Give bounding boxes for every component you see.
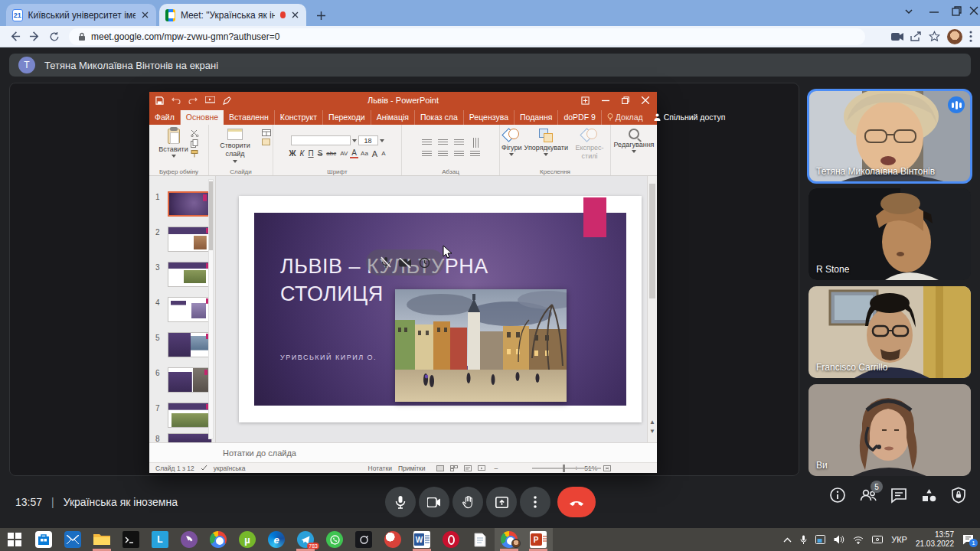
slide-thumbnail-2[interactable] xyxy=(168,227,212,252)
view-reading-icon[interactable] xyxy=(464,465,472,471)
font-name-box[interactable] xyxy=(291,135,351,145)
tab-tellme[interactable]: Доклад xyxy=(602,110,648,125)
italic-button[interactable]: К xyxy=(299,149,306,158)
tray-expand-icon[interactable] xyxy=(783,537,792,543)
tab-dopdf[interactable]: doPDF 9 xyxy=(558,110,601,125)
tray-clock[interactable]: 13:57 21.03.2022 xyxy=(916,530,954,549)
chrome-profile-icon[interactable] xyxy=(495,528,524,551)
numbering-icon[interactable] xyxy=(438,139,448,146)
shapes-button[interactable]: Фігури xyxy=(501,127,522,156)
tab-view[interactable]: Подання xyxy=(514,110,558,125)
browser-tab-university[interactable]: 21 Київський університет імені Бо xyxy=(6,4,156,26)
align-center-icon[interactable] xyxy=(438,151,448,158)
raise-hand-button[interactable] xyxy=(452,487,483,517)
browser-menu-icon[interactable] xyxy=(969,31,972,42)
utorrent-icon[interactable]: µ xyxy=(233,528,262,551)
word-icon[interactable]: W xyxy=(407,528,436,551)
slide-canvas[interactable]: ЛЬВІВ – КУЛЬТУРНА СТОЛИЦЯ УРИВСЬКИЙ КИРИ… xyxy=(216,176,647,442)
columns-icon[interactable] xyxy=(470,151,480,158)
tab-search-icon[interactable] xyxy=(903,6,914,17)
slide-thumbnail-6[interactable] xyxy=(168,367,212,393)
notepad-icon[interactable] xyxy=(466,528,495,551)
redo-icon[interactable] xyxy=(188,97,198,104)
meet-overlay-pill[interactable] xyxy=(366,249,444,276)
font-color-button[interactable]: А xyxy=(350,148,358,158)
layout-icon[interactable] xyxy=(262,129,271,136)
edge-icon[interactable]: e xyxy=(262,528,291,551)
notification-center-icon[interactable]: 1 xyxy=(962,534,974,545)
back-icon[interactable] xyxy=(5,27,24,47)
window-minimize-button[interactable] xyxy=(929,11,939,14)
thumbnail-scrollbar[interactable] xyxy=(208,179,214,439)
slide-thumbnail-8[interactable] xyxy=(168,433,212,442)
bullets-icon[interactable] xyxy=(422,139,432,146)
undo-icon[interactable] xyxy=(172,97,181,104)
browser-app-icon[interactable] xyxy=(378,528,407,551)
ppt-restore-icon[interactable] xyxy=(622,96,629,104)
slide-thumbnail-1[interactable] xyxy=(168,191,212,217)
tab-transitions[interactable]: Переходи xyxy=(323,110,371,125)
tab-home[interactable]: Основне xyxy=(181,110,224,125)
format-painter-icon[interactable] xyxy=(191,150,199,158)
tab-insert[interactable]: Вставленн xyxy=(224,110,275,125)
cut-icon[interactable] xyxy=(191,129,199,137)
pen-mode-icon[interactable] xyxy=(223,96,231,105)
slide-scrollbar[interactable]: ▲ ▼ xyxy=(647,176,657,442)
mic-button[interactable] xyxy=(385,487,416,517)
more-options-button[interactable] xyxy=(520,487,550,517)
quick-styles-button[interactable]: Експрес-стилі xyxy=(570,127,609,161)
tab-review[interactable]: Рецензува xyxy=(464,110,514,125)
activities-button[interactable] xyxy=(920,487,938,504)
notes-pane[interactable]: Нотатки до слайда xyxy=(149,442,657,462)
tab-close-icon[interactable] xyxy=(291,9,300,21)
spellcheck-icon[interactable] xyxy=(201,465,207,471)
bold-button[interactable]: Ж xyxy=(287,149,297,158)
tab-close-icon[interactable] xyxy=(141,9,150,21)
window-close-button[interactable] xyxy=(969,6,978,15)
camera-button[interactable] xyxy=(419,487,449,517)
editing-button[interactable]: Редагування xyxy=(614,127,655,153)
microsoft-store-icon[interactable] xyxy=(29,528,58,551)
participants-panel-button[interactable]: 5 xyxy=(859,487,877,503)
copy-icon[interactable] xyxy=(191,139,199,148)
arrange-button[interactable]: Упорядкувати xyxy=(524,127,568,156)
address-bar[interactable]: meet.google.com/mpw-zvwu-gmn?authuser=0 xyxy=(69,28,865,45)
tab-file[interactable]: Файл xyxy=(149,110,181,125)
save-icon[interactable] xyxy=(155,96,164,105)
char-spacing-button[interactable]: AV xyxy=(338,150,349,157)
mail-icon[interactable] xyxy=(58,528,87,551)
tab-slideshow[interactable]: Показ сла xyxy=(415,110,464,125)
participant-tile-3[interactable]: Francisco Carrillo xyxy=(808,286,971,378)
zoom-slider[interactable] xyxy=(532,468,601,469)
telegram-icon[interactable]: 783 xyxy=(291,528,320,551)
zoom-out-icon[interactable]: – xyxy=(495,465,498,472)
shrink-font-button[interactable]: А xyxy=(380,150,387,157)
forward-icon[interactable] xyxy=(24,27,44,47)
tray-nvidia-icon[interactable] xyxy=(815,535,825,544)
grow-font-button[interactable]: А xyxy=(371,149,379,158)
shadow-button[interactable]: S xyxy=(316,149,325,158)
slide-thumbnail-7[interactable] xyxy=(168,403,212,428)
status-notes-button[interactable]: Нотатки xyxy=(368,465,392,472)
window-restore-button[interactable] xyxy=(952,6,962,16)
new-slide-button[interactable]: Створити слайд xyxy=(211,127,260,163)
tray-display-icon[interactable] xyxy=(872,535,883,544)
participant-tile-2[interactable]: R Stone xyxy=(808,188,971,280)
underline-button[interactable]: П xyxy=(306,149,315,158)
profile-avatar[interactable] xyxy=(947,29,962,44)
slide-thumbnail-3[interactable] xyxy=(168,262,212,287)
paste-button[interactable]: Вставити xyxy=(158,127,188,158)
bookmark-star-icon[interactable] xyxy=(929,31,940,42)
viber-icon[interactable] xyxy=(175,528,204,551)
chat-button[interactable] xyxy=(890,487,907,504)
ppt-close-icon[interactable] xyxy=(642,96,649,104)
powerpoint-icon[interactable]: P xyxy=(524,528,553,551)
new-tab-button[interactable] xyxy=(312,7,329,24)
tray-language[interactable]: УКР xyxy=(891,535,907,544)
tray-mic-icon[interactable] xyxy=(800,535,807,545)
align-left-icon[interactable] xyxy=(422,151,432,158)
tab-design[interactable]: Конструкт xyxy=(275,110,323,125)
tray-volume-icon[interactable] xyxy=(834,535,844,544)
participant-tile-1[interactable]: Тетяна Миколаївна Вінтонів xyxy=(808,90,971,182)
align-right-icon[interactable] xyxy=(454,151,464,158)
